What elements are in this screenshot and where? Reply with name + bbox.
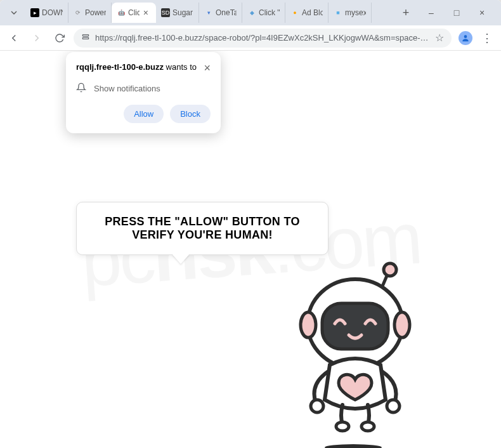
svg-rect-8 xyxy=(322,303,388,349)
svg-point-11 xyxy=(336,422,349,431)
tab-title: Sugar D xyxy=(172,8,193,17)
tab-favicon: 🤖 xyxy=(117,8,126,17)
tab-title: DOWNL xyxy=(42,8,63,17)
tab-title: Click "A xyxy=(259,8,280,17)
browser-tab[interactable]: ⟳Power B xyxy=(68,3,112,23)
window-close-button[interactable]: × xyxy=(473,4,491,22)
window-controls: – □ × xyxy=(415,4,498,22)
browser-tab[interactable]: ▾OneTab xyxy=(199,3,242,23)
address-bar[interactable]: https://rqqlj.free-tl-100-e.buzz/space-r… xyxy=(74,29,452,48)
notification-permission-prompt: rqqlj.free-tl-100-e.buzz wants to × Show… xyxy=(66,52,221,133)
allow-button[interactable]: Allow xyxy=(124,105,164,123)
titlebar: ▸DOWNL⟳Power B🤖Clic×SDSugar D▾OneTab◆Cli… xyxy=(0,0,501,25)
verify-human-speech-bubble: PRESS THE "ALLOW" BUTTON TO VERIFY YOU'R… xyxy=(76,202,329,255)
tab-strip: ▸DOWNL⟳Power B🤖Clic×SDSugar D▾OneTab◆Cli… xyxy=(25,0,397,25)
maximize-button[interactable]: □ xyxy=(448,4,465,22)
browser-tab[interactable]: ▸DOWNL xyxy=(25,3,68,23)
tab-favicon: ⟳ xyxy=(74,8,82,17)
tab-favicon: ● xyxy=(290,8,299,17)
url-text: https://rqqlj.free-tl-100-e.buzz/space-r… xyxy=(95,33,430,43)
robot-illustration xyxy=(279,254,431,448)
bell-icon xyxy=(76,82,86,95)
browser-tab[interactable]: 🤖Clic× xyxy=(112,3,156,23)
tab-title: Clic xyxy=(128,8,140,17)
svg-point-10 xyxy=(387,400,400,412)
avatar-icon xyxy=(459,31,472,45)
svg-point-12 xyxy=(361,422,374,431)
tab-favicon: ▾ xyxy=(204,8,213,17)
prompt-close-button[interactable]: × xyxy=(204,62,211,74)
tab-favicon: ◆ xyxy=(247,8,256,17)
browser-tab[interactable]: ■mysexy xyxy=(329,3,372,23)
page-content: pcrisk.com rqqlj.free-tl-100-e.buzz want… xyxy=(0,51,501,448)
svg-rect-0 xyxy=(82,35,88,36)
profile-button[interactable] xyxy=(457,29,474,47)
back-button[interactable] xyxy=(5,29,23,47)
tab-search-button[interactable] xyxy=(3,8,25,18)
tab-favicon: SD xyxy=(161,8,170,17)
svg-point-9 xyxy=(311,400,323,412)
svg-point-7 xyxy=(394,312,410,338)
forward-button[interactable] xyxy=(28,29,46,47)
svg-point-4 xyxy=(384,263,396,276)
svg-point-6 xyxy=(301,312,316,338)
browser-window: ▸DOWNL⟳Power B🤖Clic×SDSugar D▾OneTab◆Cli… xyxy=(0,0,501,448)
reload-button[interactable] xyxy=(51,29,68,47)
browser-tab[interactable]: ●Ad Bloc xyxy=(285,3,329,23)
prompt-permission-label: Show notifications xyxy=(94,84,160,93)
menu-button[interactable]: ⋮ xyxy=(478,29,496,47)
tab-title: Ad Bloc xyxy=(302,8,323,17)
tab-title: mysexy xyxy=(345,8,366,17)
svg-rect-1 xyxy=(82,37,88,39)
tab-title: Power B xyxy=(85,8,106,17)
new-tab-button[interactable]: + xyxy=(397,6,415,20)
site-info-icon[interactable] xyxy=(81,32,90,43)
minimize-button[interactable]: – xyxy=(422,4,440,22)
tab-close-button[interactable]: × xyxy=(143,8,151,18)
tab-favicon: ■ xyxy=(334,8,342,17)
svg-point-2 xyxy=(464,35,467,38)
prompt-title: rqqlj.free-tl-100-e.buzz wants to xyxy=(76,62,197,72)
tab-title: OneTab xyxy=(216,8,237,17)
bookmark-star-icon[interactable]: ☆ xyxy=(435,32,444,44)
robot-shadow xyxy=(325,444,382,448)
browser-tab[interactable]: ◆Click "A xyxy=(242,3,285,23)
tab-favicon: ▸ xyxy=(30,8,39,17)
toolbar: https://rqqlj.free-tl-100-e.buzz/space-r… xyxy=(0,25,501,51)
browser-tab[interactable]: SDSugar D xyxy=(156,3,199,23)
block-button[interactable]: Block xyxy=(170,105,211,123)
